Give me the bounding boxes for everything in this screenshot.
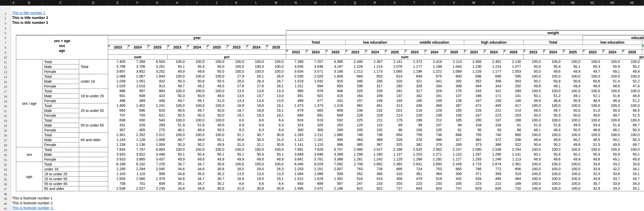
data-cell[interactable]: 543 [147, 118, 167, 123]
row-label-cell[interactable]: 25 to under 55 [42, 176, 79, 181]
data-cell[interactable]: 88 [503, 128, 523, 132]
data-cell[interactable]: 595 [503, 74, 523, 79]
data-cell[interactable]: 50,1 [602, 137, 622, 142]
data-cell[interactable]: 1.285 [365, 152, 385, 157]
data-cell[interactable]: 232 [365, 108, 385, 113]
data-cell[interactable]: 49,7 [167, 84, 187, 89]
data-cell[interactable]: 932 [147, 79, 167, 84]
data-cell[interactable]: 3.636 [306, 64, 325, 69]
data-cell[interactable]: 48,8 [543, 98, 563, 103]
data-cell[interactable]: 8.199 [108, 162, 128, 167]
data-cell[interactable]: 829 [464, 186, 484, 191]
data-cell[interactable]: 223 [484, 113, 503, 118]
education-subgroup-header[interactable]: middle education [405, 40, 464, 45]
data-cell[interactable]: 100,0 [543, 162, 563, 167]
data-cell[interactable]: 2.254 [503, 147, 523, 152]
data-cell[interactable]: 49,6 [523, 137, 543, 142]
data-cell[interactable]: 100,0 [602, 74, 622, 79]
data-cell[interactable]: 13,5 [246, 171, 266, 176]
data-cell[interactable]: 6.883 [147, 147, 167, 152]
data-cell[interactable]: 50,4 [543, 64, 563, 69]
data-cell[interactable]: 619 [306, 118, 325, 123]
data-cell[interactable]: 6.504 [147, 59, 167, 64]
data-cell[interactable]: 440 [147, 98, 167, 103]
data-cell[interactable]: 382 [405, 142, 424, 147]
data-cell[interactable]: 49,5 [207, 84, 227, 89]
data-cell[interactable]: 28,4 [266, 74, 286, 79]
data-cell[interactable]: 526 [464, 176, 484, 181]
row-header-30[interactable]: 30 [0, 153, 11, 158]
data-cell[interactable]: 19,1 [227, 113, 246, 118]
data-cell[interactable]: 51,6 [602, 93, 622, 98]
data-cell[interactable]: 100,0 [543, 171, 563, 176]
data-cell[interactable]: 748 [345, 132, 365, 137]
data-cell[interactable]: 50,0 [563, 113, 583, 118]
data-cell[interactable]: 100,0 [167, 89, 187, 93]
data-cell[interactable]: 203 [385, 181, 405, 186]
data-cell[interactable]: 49,9 [602, 142, 622, 147]
data-cell[interactable]: 724 [405, 167, 424, 171]
data-cell[interactable]: 100,0 [207, 147, 227, 152]
data-cell[interactable]: 19,1 [266, 113, 286, 118]
data-cell[interactable]: 3.925 [108, 152, 128, 157]
data-cell[interactable]: 100,0 [563, 147, 583, 152]
data-cell[interactable]: 1.143 [108, 137, 128, 142]
data-cell[interactable]: 654 [385, 132, 405, 137]
data-cell[interactable]: 166 [464, 93, 484, 98]
year-header-cell[interactable]: 2025 [325, 50, 346, 55]
row-label-cell[interactable]: Female [42, 142, 79, 147]
data-cell[interactable]: 1.553 [108, 176, 128, 181]
year-header-cell[interactable]: 2023 [583, 50, 603, 55]
empty-category-cell[interactable] [79, 176, 108, 181]
data-cell[interactable]: 13,3 [266, 89, 286, 93]
data-cell[interactable]: 100,0 [563, 74, 583, 79]
data-cell[interactable]: 8,6 [246, 181, 266, 186]
data-cell[interactable]: 49,6 [187, 69, 207, 74]
data-cell[interactable]: 997 [128, 89, 147, 93]
stub-header-cell[interactable]: sex + age sex age [16, 35, 108, 60]
row-header-36[interactable]: 36 [0, 182, 11, 187]
data-cell[interactable]: 18,8 [246, 108, 266, 113]
data-cell[interactable]: 49,6 [543, 69, 563, 74]
row-header-32[interactable]: 32 [0, 162, 11, 167]
data-cell[interactable]: 49,9 [227, 157, 246, 162]
data-cell[interactable]: 34,7 [167, 162, 187, 167]
data-cell[interactable]: 308 [444, 84, 464, 89]
data-cell[interactable]: 8,8 [246, 123, 266, 128]
data-cell[interactable]: 49,5 [167, 108, 187, 113]
data-cell[interactable]: 100,0 [523, 147, 543, 152]
category-span-cell[interactable]: 18 to under 25 [79, 89, 108, 103]
data-cell[interactable]: 100,0 [246, 147, 266, 152]
data-cell[interactable]: 679 [286, 108, 306, 113]
data-cell[interactable]: 49,1 [602, 69, 622, 74]
row-header-29[interactable]: 29 [0, 148, 11, 153]
column-header-AB[interactable]: AB [563, 0, 583, 6]
data-cell[interactable]: 50,6 [563, 79, 583, 84]
data-cell[interactable]: 7.628 [306, 147, 325, 152]
data-cell[interactable]: 8,3 [266, 123, 286, 128]
data-cell[interactable]: 200 [464, 118, 484, 123]
data-cell[interactable]: 18,9 [227, 103, 246, 108]
data-cell[interactable]: 317 [365, 84, 385, 89]
data-cell[interactable]: 1.253 [405, 152, 424, 157]
category-span-cell[interactable]: 65 and older [79, 132, 108, 147]
row-label-cell[interactable]: Male [42, 79, 79, 84]
row-label-cell[interactable]: Total [42, 59, 79, 64]
year-group-header[interactable]: year [108, 35, 286, 40]
data-cell[interactable]: 1.248 [484, 157, 503, 162]
row-header-34[interactable]: 34 [0, 172, 11, 177]
data-cell[interactable]: 50,0 [523, 64, 543, 69]
data-cell[interactable]: 33,6 [622, 162, 642, 167]
data-cell[interactable]: 3.910 [108, 157, 128, 162]
data-cell[interactable]: 356 [484, 79, 503, 84]
data-cell[interactable]: 100,0 [523, 59, 543, 64]
data-cell[interactable]: 49,4 [563, 84, 583, 89]
data-cell[interactable]: 148 [503, 98, 523, 103]
row-header-38[interactable]: 38 [0, 192, 11, 197]
education-subgroup-header[interactable]: low education [583, 40, 642, 45]
data-cell[interactable]: 30,2 [207, 181, 227, 186]
data-cell[interactable]: 34,8 [167, 186, 187, 191]
data-cell[interactable]: 49,1 [602, 157, 622, 162]
education-subgroup-header[interactable]: low education [345, 40, 405, 45]
data-cell[interactable]: 701 [128, 181, 147, 186]
